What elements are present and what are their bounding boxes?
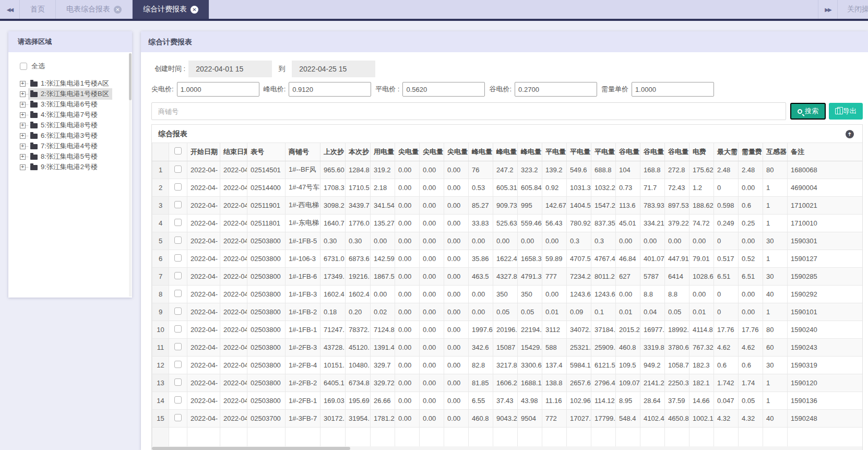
tree-item[interactable]: 1:张江集电港1号楼A区 bbox=[20, 78, 132, 89]
table-cell: 80 bbox=[763, 321, 788, 338]
table-cell: 46.84 bbox=[616, 250, 640, 267]
tree-item[interactable]: 5:张江集电港8号楼 bbox=[20, 120, 132, 131]
expand-plus-icon[interactable] bbox=[20, 154, 26, 160]
table-cell: 14.66 bbox=[689, 392, 714, 409]
row-checkbox[interactable] bbox=[174, 343, 182, 350]
price-input[interactable] bbox=[177, 82, 259, 97]
expand-plus-icon[interactable] bbox=[20, 133, 26, 139]
folder-icon bbox=[30, 123, 38, 128]
table-cell: 02503800 bbox=[247, 303, 286, 321]
table-cell: 1404.5 bbox=[567, 196, 591, 214]
table-cell: 401.07 bbox=[640, 250, 665, 267]
table-cell: 1#-东电梯 bbox=[286, 214, 320, 232]
table-cell: 0.6 bbox=[739, 196, 763, 214]
table-cell: 0.00 bbox=[665, 232, 689, 250]
table-cell: 0.00 bbox=[444, 285, 469, 303]
row-checkbox[interactable] bbox=[174, 414, 182, 421]
close-icon[interactable] bbox=[191, 6, 198, 14]
sidebar-scrollbar-thumb[interactable] bbox=[129, 53, 132, 100]
table-cell: 2022-04- bbox=[187, 338, 220, 356]
back-to-top-icon[interactable] bbox=[846, 130, 854, 138]
search-button[interactable]: 搜索 bbox=[790, 103, 826, 120]
table-cell: 0.05 bbox=[518, 303, 542, 321]
create-time-row: 创建时间 : 到 bbox=[154, 61, 863, 77]
expand-plus-icon[interactable] bbox=[20, 81, 26, 87]
row-checkbox[interactable] bbox=[174, 183, 182, 191]
price-input[interactable] bbox=[289, 82, 371, 97]
table-cell: 11.16 bbox=[542, 392, 567, 409]
table-cell: 1 bbox=[763, 196, 788, 214]
tree-item[interactable]: 2:张江集电港1号楼B区 bbox=[20, 89, 132, 99]
date-to-input[interactable] bbox=[292, 61, 375, 77]
table-cell: 1391.4 bbox=[371, 338, 395, 356]
table-cell: 0.05 bbox=[665, 303, 689, 321]
row-checkbox[interactable] bbox=[174, 219, 182, 226]
table-cell: 2022-04- bbox=[220, 161, 247, 179]
row-checkbox[interactable] bbox=[174, 307, 182, 315]
expand-plus-icon[interactable] bbox=[20, 144, 26, 149]
table-cell: 0.00 bbox=[444, 374, 469, 392]
table-cell: 0.00 bbox=[444, 267, 469, 285]
tree-item[interactable]: 3:张江集电港6号楼 bbox=[20, 99, 132, 110]
table-cell: 1#-1FB-2 bbox=[286, 303, 320, 321]
row-checkbox[interactable] bbox=[174, 236, 182, 244]
close-icon[interactable] bbox=[114, 6, 122, 14]
tree-item[interactable]: 7:张江集电港4号楼 bbox=[20, 141, 132, 151]
table-cell: 0.00 bbox=[420, 179, 444, 196]
billing-report-panel: 综合计费报表 创建时间 : 到 尖电价:峰电价:平电价 :谷电价:需量单价 搜索… bbox=[141, 31, 868, 450]
shop-number-input[interactable] bbox=[151, 102, 786, 120]
tab-综合计费报表[interactable]: 综合计费报表 bbox=[133, 0, 209, 19]
table-cell: 142.59 bbox=[371, 250, 395, 267]
date-from-input[interactable] bbox=[188, 61, 272, 77]
tree-item[interactable]: 9:张江集电港2号楼 bbox=[20, 162, 132, 172]
price-input[interactable] bbox=[515, 82, 597, 97]
table-cell: 2022-04- bbox=[220, 321, 247, 338]
tree-item[interactable]: 4:张江集电港7号楼 bbox=[20, 110, 132, 120]
horizontal-scrollbar-track[interactable] bbox=[152, 446, 862, 450]
table-cell: 02511801 bbox=[247, 214, 286, 232]
table-cell: 0.00 bbox=[444, 356, 469, 374]
row-checkbox[interactable] bbox=[174, 361, 182, 368]
tree-item[interactable]: 8:张江集电港5号楼 bbox=[20, 151, 132, 162]
scroll-tabs-right-button[interactable] bbox=[818, 0, 838, 19]
close-operations-button[interactable]: 关闭操 bbox=[838, 0, 868, 19]
row-checkbox[interactable] bbox=[174, 396, 182, 404]
table-cell: 341.54 bbox=[371, 196, 395, 214]
select-all-checkbox[interactable] bbox=[20, 63, 27, 70]
select-all-rows-checkbox[interactable] bbox=[174, 147, 182, 155]
table-cell: 56.43 bbox=[542, 214, 567, 232]
row-checkbox[interactable] bbox=[174, 325, 182, 333]
row-checkbox[interactable] bbox=[174, 272, 182, 279]
row-checkbox[interactable] bbox=[174, 290, 182, 297]
table-cell: 323.2 bbox=[518, 161, 542, 179]
expand-plus-icon[interactable] bbox=[20, 91, 26, 97]
table-cell: 16977. bbox=[640, 321, 665, 338]
table-cell: 1710021 bbox=[788, 196, 863, 214]
expand-plus-icon[interactable] bbox=[20, 123, 26, 128]
table-cell: 6734.8 bbox=[346, 374, 371, 392]
horizontal-scrollbar-thumb[interactable] bbox=[152, 447, 350, 450]
scroll-tabs-left-button[interactable] bbox=[0, 0, 20, 19]
expand-plus-icon[interactable] bbox=[20, 164, 26, 170]
table-cell: 0.3 bbox=[591, 232, 616, 250]
page-title: 综合计费报表 bbox=[141, 31, 868, 52]
table-cell: 17349. bbox=[320, 267, 346, 285]
tree-item[interactable]: 6:张江集电港3号楼 bbox=[20, 131, 132, 141]
table-cell: 1590240 bbox=[788, 321, 863, 338]
expand-plus-icon[interactable] bbox=[20, 112, 26, 118]
row-checkbox[interactable] bbox=[174, 254, 182, 262]
tab-电表综合报表[interactable]: 电表综合报表 bbox=[56, 0, 133, 19]
row-checkbox[interactable] bbox=[174, 201, 182, 208]
row-checkbox[interactable] bbox=[174, 165, 182, 173]
price-label: 需量单价 bbox=[601, 85, 628, 94]
export-button[interactable]: 导出 bbox=[829, 103, 863, 120]
tab-首页[interactable]: 首页 bbox=[20, 0, 56, 19]
row-checkbox[interactable] bbox=[174, 378, 182, 386]
table-cell: 2022-04- bbox=[220, 232, 247, 250]
row-number: 10 bbox=[152, 321, 169, 338]
table-cell: 350 bbox=[518, 285, 542, 303]
expand-plus-icon[interactable] bbox=[20, 102, 26, 108]
price-input[interactable] bbox=[632, 82, 714, 97]
price-field-3: 平电价 : bbox=[375, 82, 485, 97]
price-input[interactable] bbox=[402, 82, 485, 97]
